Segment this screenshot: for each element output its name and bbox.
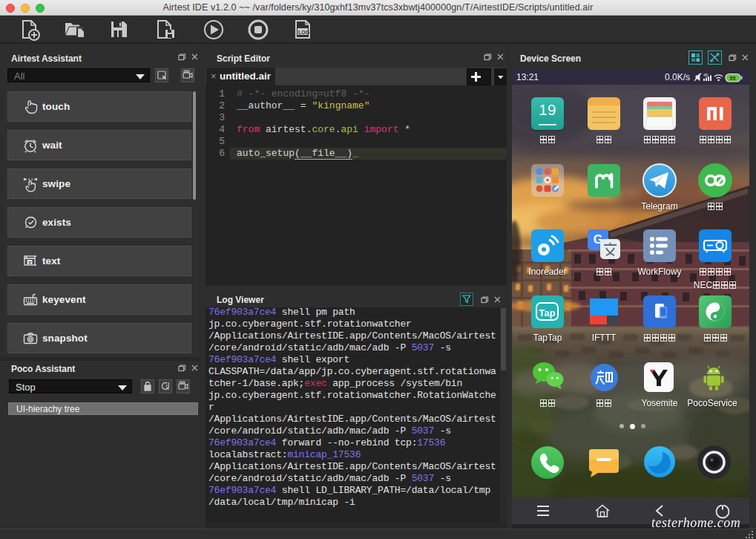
svg-text:LOG: LOG (298, 30, 310, 35)
svg-text:T: T (28, 260, 32, 265)
svg-text:45: 45 (703, 73, 708, 77)
svg-text:55: 55 (730, 76, 736, 81)
